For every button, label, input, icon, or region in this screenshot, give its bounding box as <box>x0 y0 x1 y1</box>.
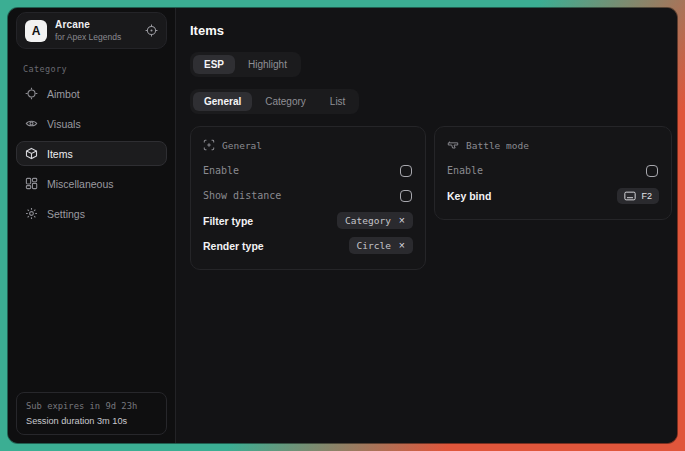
target-icon[interactable] <box>145 24 158 37</box>
category-section-label: Category <box>23 64 160 74</box>
setting-label: Render type <box>203 240 264 252</box>
sidebar-nav: Aimbot Visuals <box>16 81 167 231</box>
setting-row-enable: Enable <box>203 159 413 182</box>
filter-type-value: Category <box>345 215 391 226</box>
setting-label: Enable <box>447 165 483 176</box>
tab-category[interactable]: Category <box>254 92 317 111</box>
app-meta: Arcane for Apex Legends <box>55 19 121 42</box>
battle-panel-header: Battle mode <box>447 139 659 151</box>
desktop-background: A Arcane for Apex Legends Category <box>0 0 685 451</box>
tab-general[interactable]: General <box>193 92 252 111</box>
filter-type-select[interactable]: Category × <box>337 212 413 229</box>
tab-esp[interactable]: ESP <box>193 55 235 74</box>
general-panel-header: General <box>203 139 413 151</box>
sidebar-item-label: Settings <box>47 208 85 220</box>
main-content: Items ESP Highlight General Category Lis… <box>176 8 677 443</box>
app-logo: A <box>25 20 47 42</box>
keybind-value: F2 <box>641 191 652 201</box>
setting-label: Filter type <box>203 215 253 227</box>
enable-checkbox[interactable] <box>400 165 412 177</box>
sidebar-item-label: Items <box>47 148 73 160</box>
setting-row-show-distance: Show distance <box>203 184 413 207</box>
setting-label: Key bind <box>447 190 491 202</box>
sidebar-item-settings[interactable]: Settings <box>16 201 167 226</box>
general-panel-title: General <box>222 140 262 151</box>
box-icon <box>25 147 38 160</box>
battle-mode-panel: Battle mode Enable Key bind <box>434 126 672 220</box>
gear-icon <box>25 207 38 220</box>
keybind-button[interactable]: F2 <box>617 188 659 204</box>
eye-icon <box>25 117 38 130</box>
general-panel: General Enable Show distance Filter type… <box>190 126 426 270</box>
setting-row-key-bind: Key bind F2 <box>447 184 659 207</box>
session-duration-text: Session duration 3m 10s <box>26 416 157 426</box>
sidebar-item-label: Miscellaneous <box>47 178 114 190</box>
sidebar-item-label: Visuals <box>47 118 81 130</box>
battle-enable-checkbox[interactable] <box>646 165 658 177</box>
sub-expiry-text: Sub expires in 9d 23h <box>26 401 157 411</box>
session-info-card: Sub expires in 9d 23h Session duration 3… <box>16 392 167 435</box>
sidebar-item-visuals[interactable]: Visuals <box>16 111 167 136</box>
battle-panel-title: Battle mode <box>466 140 529 151</box>
setting-label: Show distance <box>203 190 281 201</box>
render-type-value: Circle <box>357 240 391 251</box>
sidebar-item-label: Aimbot <box>47 88 80 100</box>
app-window: A Arcane for Apex Legends Category <box>8 8 677 443</box>
app-header-card: A Arcane for Apex Legends <box>16 12 167 49</box>
app-subtitle: for Apex Legends <box>55 32 121 42</box>
keyboard-icon <box>624 191 636 201</box>
viewfinder-icon <box>203 139 215 151</box>
setting-row-render-type: Render type Circle × <box>203 234 413 257</box>
tab-highlight[interactable]: Highlight <box>237 55 298 74</box>
setting-row-battle-enable: Enable <box>447 159 659 182</box>
crosshair-icon <box>25 87 38 100</box>
show-distance-checkbox[interactable] <box>400 190 412 202</box>
app-name: Arcane <box>55 19 121 30</box>
sidebar-item-miscellaneous[interactable]: Miscellaneous <box>16 171 167 196</box>
setting-label: Enable <box>203 165 239 176</box>
gun-icon <box>447 139 459 151</box>
page-title: Items <box>190 23 672 38</box>
close-icon[interactable]: × <box>399 215 405 226</box>
render-type-select[interactable]: Circle × <box>349 237 413 254</box>
setting-row-filter-type: Filter type Category × <box>203 209 413 232</box>
grid-icon <box>25 177 38 190</box>
sidebar-item-aimbot[interactable]: Aimbot <box>16 81 167 106</box>
tab-list[interactable]: List <box>319 92 357 111</box>
sidebar-item-items[interactable]: Items <box>16 141 167 166</box>
sidebar: A Arcane for Apex Legends Category <box>8 8 176 443</box>
close-icon[interactable]: × <box>399 240 405 251</box>
view-tab-group: General Category List <box>190 89 359 114</box>
panels-row: General Enable Show distance Filter type… <box>190 126 672 270</box>
mode-tab-group: ESP Highlight <box>190 52 301 77</box>
